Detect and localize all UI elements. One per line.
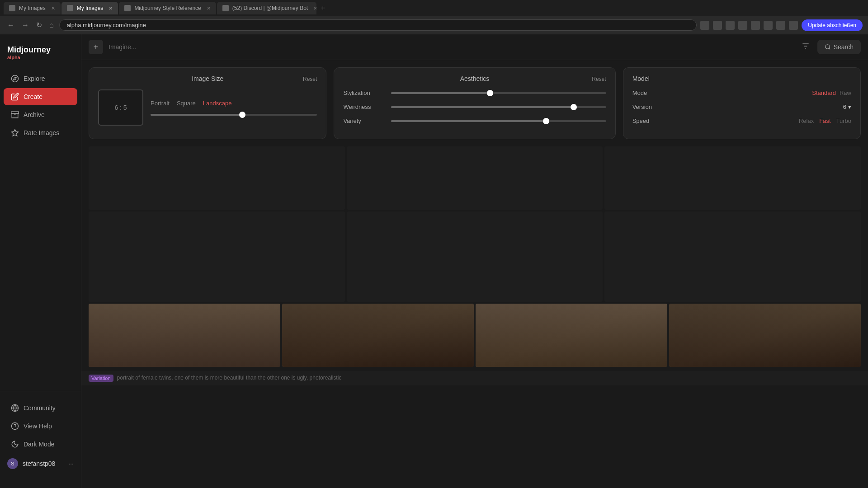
toolbar-icons xyxy=(700,21,798,30)
speed-fast[interactable]: Fast xyxy=(819,117,830,124)
forward-button[interactable]: → xyxy=(20,19,31,31)
tab-close-4[interactable]: ✕ xyxy=(313,5,316,11)
sidebar-item-rate-images[interactable]: Rate Images xyxy=(4,124,77,141)
extension-icon-1[interactable] xyxy=(713,21,722,30)
reload-button[interactable]: ↻ xyxy=(34,19,44,31)
main-content: + Search Image Size xyxy=(81,34,868,488)
sidebar-label-explore: Explore xyxy=(24,75,45,82)
moon-icon xyxy=(11,440,19,448)
sidebar-bottom: Community View Help Dark Mode S stefanst… xyxy=(0,391,81,481)
version-value: 6 xyxy=(843,103,846,110)
search-button[interactable]: Search xyxy=(817,40,861,54)
info-text: portrait of female twins, one of them is… xyxy=(117,375,342,381)
new-tab-button[interactable]: + xyxy=(317,4,329,12)
image-cell-4[interactable] xyxy=(669,304,861,367)
address-text: alpha.midjourney.com/imagine xyxy=(67,22,146,28)
tab-close-3[interactable]: ✕ xyxy=(207,5,211,11)
tab-discord[interactable]: (52) Discord | @Midjourney Bot ✕ xyxy=(217,2,316,14)
pencil-icon xyxy=(11,93,19,101)
download-icon[interactable] xyxy=(776,21,785,30)
image-cell-3[interactable] xyxy=(476,304,667,367)
user-name: stefanstp08 xyxy=(23,460,55,467)
profile-icon[interactable] xyxy=(789,21,798,30)
tab-label-4: (52) Discord | @Midjourney Bot xyxy=(232,5,308,11)
tab-favicon-1 xyxy=(9,5,15,11)
mode-raw[interactable]: Raw xyxy=(840,89,851,96)
logo-text: Midjourney xyxy=(7,45,51,54)
image-cell-2[interactable] xyxy=(282,304,474,367)
tab-close-1[interactable]: ✕ xyxy=(51,5,55,11)
archive-icon xyxy=(11,111,19,119)
stylization-thumb[interactable] xyxy=(487,90,493,96)
variety-row: Variety xyxy=(343,117,606,124)
grid-section-bottom xyxy=(81,304,868,369)
address-bar-row: ← → ↻ ⌂ alpha.midjourney.com/imagine Upd… xyxy=(0,16,868,34)
portrait-button[interactable]: Portrait xyxy=(151,100,170,107)
sidebar-item-community[interactable]: Community xyxy=(4,399,77,417)
tab-my-images-1[interactable]: My Images ✕ xyxy=(4,2,61,14)
extension-icon-2[interactable] xyxy=(726,21,735,30)
sidebar-item-explore[interactable]: Explore xyxy=(4,70,77,87)
browser-chrome: My Images ✕ My Images ✕ Midjourney Style… xyxy=(0,0,868,34)
stylization-track[interactable] xyxy=(391,92,606,94)
tab-style-reference[interactable]: Midjourney Style Reference ✕ xyxy=(119,2,216,14)
extension-icon-3[interactable] xyxy=(738,21,747,30)
img-overlay-2 xyxy=(282,304,474,367)
variety-fill xyxy=(391,120,546,122)
img-overlay-1 xyxy=(89,304,280,367)
sidebar-item-create[interactable]: Create xyxy=(4,88,77,105)
variety-thumb[interactable] xyxy=(543,118,549,124)
add-button[interactable]: + xyxy=(89,40,103,54)
orientation-buttons: Portrait Square Landscape xyxy=(151,100,317,107)
square-button[interactable]: Square xyxy=(177,100,196,107)
weirdness-thumb[interactable] xyxy=(571,104,577,110)
address-bar[interactable]: alpha.midjourney.com/imagine xyxy=(59,19,697,31)
size-slider-thumb[interactable] xyxy=(239,112,245,118)
sidebar-item-view-help[interactable]: View Help xyxy=(4,418,77,435)
user-options-icon[interactable]: ··· xyxy=(68,460,74,467)
tab-close-2[interactable]: ✕ xyxy=(108,5,113,11)
sidebar-label-dark-mode: Dark Mode xyxy=(24,441,54,448)
aesthetics-reset[interactable]: Reset xyxy=(592,76,606,82)
sidebar-nav: Explore Create Archive Rate Images xyxy=(0,69,81,391)
sidebar-item-archive[interactable]: Archive xyxy=(4,106,77,123)
variety-track[interactable] xyxy=(391,120,606,122)
size-slider-track[interactable] xyxy=(151,114,317,116)
tab-label-3: Midjourney Style Reference xyxy=(134,5,201,11)
tab-label-1: My Images xyxy=(19,5,46,11)
tab-favicon-2 xyxy=(67,5,73,11)
version-label: Version xyxy=(632,103,652,110)
sidebar-label-create: Create xyxy=(24,93,42,100)
info-bar: Variation portrait of female twins, one … xyxy=(81,371,868,385)
svg-line-13 xyxy=(829,48,830,50)
user-row[interactable]: S stefanstp08 ··· xyxy=(0,454,81,474)
sidebar-item-dark-mode[interactable]: Dark Mode xyxy=(4,436,77,453)
image-cell-1[interactable] xyxy=(89,304,280,367)
mode-row: Mode Standard Raw xyxy=(632,89,851,96)
filter-button[interactable] xyxy=(799,40,812,54)
model-title: Model xyxy=(632,75,650,82)
tab-my-images-2[interactable]: My Images ✕ xyxy=(61,2,118,14)
size-slider-fill xyxy=(151,114,242,116)
bookmark-icon[interactable] xyxy=(700,21,709,30)
landscape-button[interactable]: Landscape xyxy=(203,100,232,107)
version-select[interactable]: 6 ▾ xyxy=(843,103,851,110)
mode-standard[interactable]: Standard xyxy=(812,89,836,96)
image-size-reset[interactable]: Reset xyxy=(303,76,317,82)
extension-icon-4[interactable] xyxy=(751,21,760,30)
grid-cell-1-1 xyxy=(89,146,345,210)
variation-badge: Variation xyxy=(89,375,113,382)
search-icon xyxy=(825,44,831,50)
update-button[interactable]: Update abschließen xyxy=(802,19,863,31)
speed-turbo[interactable]: Turbo xyxy=(836,117,851,124)
logo[interactable]: Midjourney alpha xyxy=(0,42,81,69)
speed-relax[interactable]: Relax xyxy=(799,117,814,124)
svg-point-12 xyxy=(825,45,829,49)
back-button[interactable]: ← xyxy=(5,19,16,31)
prompt-input[interactable] xyxy=(108,43,794,51)
extension-icon-5[interactable] xyxy=(764,21,773,30)
weirdness-track[interactable] xyxy=(391,106,606,108)
home-button[interactable]: ⌂ xyxy=(47,19,56,31)
grid-cell-1-2 xyxy=(347,146,603,210)
sidebar-label-rate-images: Rate Images xyxy=(24,129,59,136)
